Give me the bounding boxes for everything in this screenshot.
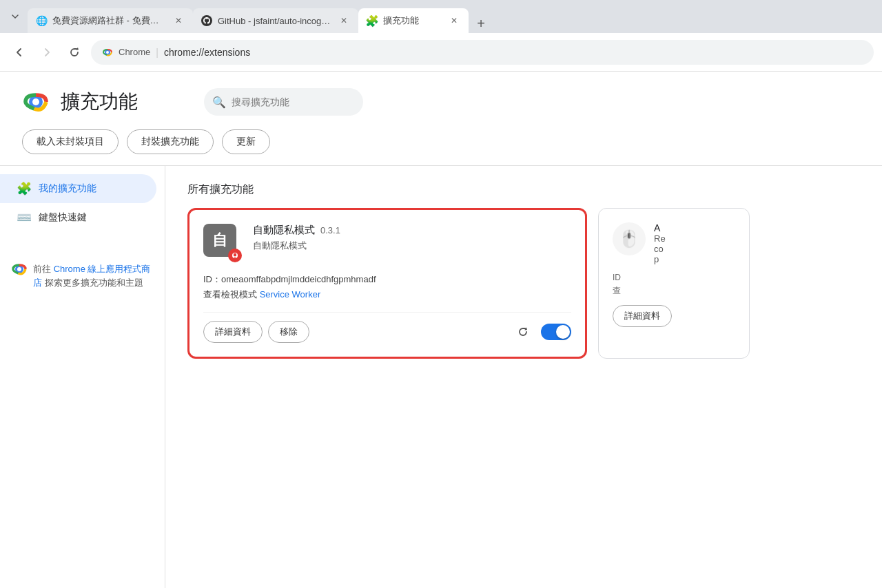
address-bar[interactable]: Chrome | chrome://extensions: [91, 40, 874, 65]
svg-point-1: [106, 51, 109, 54]
address-bar-separator: |: [156, 47, 158, 58]
extension-card-2: 🖱️ A Re co p ID 查 詳: [598, 208, 750, 359]
tab-1-favicon: 🌐: [36, 15, 47, 26]
ext-2-header: 🖱️ A Re co p: [613, 222, 735, 264]
extensions-body: 🧩 我的擴充功能 ⌨️ 鍵盤快速鍵: [0, 166, 882, 588]
sidebar-footer: 前往 Chrome 線上應用程式商店 探索更多擴充功能和主題: [0, 232, 165, 289]
tab-3[interactable]: 🧩 擴充功能 ✕: [358, 8, 469, 33]
chrome-logo: [22, 88, 50, 116]
ext-2-details-button[interactable]: 詳細資料: [613, 305, 672, 327]
tab-1-close-button[interactable]: ✕: [172, 14, 185, 27]
tabs-container: 🌐 免費資源網路社群 - 免費資源推 ✕ GitHub - jsfaint/au…: [28, 0, 876, 33]
tab-bar: 🌐 免費資源網路社群 - 免費資源推 ✕ GitHub - jsfaint/au…: [0, 0, 882, 33]
ext-1-reload-button[interactable]: [513, 322, 533, 342]
tab-dropdown-button[interactable]: [6, 7, 25, 26]
ext-2-subtitle-3: p: [654, 254, 666, 264]
sidebar: 🧩 我的擴充功能 ⌨️ 鍵盤快速鍵: [0, 166, 165, 588]
ext-2-subtitle: Re: [654, 233, 666, 244]
ext-2-subtitle-2: co: [654, 244, 666, 254]
browser-window: 🌐 免費資源網路社群 - 免費資源推 ✕ GitHub - jsfaint/au…: [0, 0, 882, 588]
ext-2-info: A Re co p: [654, 222, 666, 264]
puzzle-icon: 🧩: [17, 181, 30, 196]
tab-2-close-button[interactable]: ✕: [338, 14, 350, 27]
action-buttons: 載入未封裝項目 封裝擴充功能 更新: [22, 129, 860, 154]
ext-2-icon: 🖱️: [613, 222, 646, 255]
ext-1-name: 自動隱私模式: [253, 224, 315, 237]
extension-card-1: 自 自動隱私模式 0.3.1: [187, 208, 587, 359]
tab-2-favicon: [201, 15, 212, 26]
ext-1-toggle[interactable]: [541, 324, 571, 340]
ext-1-sw-label: 查看檢視模式: [203, 289, 257, 300]
ext-card-1-footer: 詳細資料 移除: [203, 312, 571, 343]
update-button[interactable]: 更新: [222, 129, 270, 154]
tab-1[interactable]: 🌐 免費資源網路社群 - 免費資源推 ✕: [28, 8, 193, 33]
ext-1-remove-button[interactable]: 移除: [268, 321, 309, 343]
sidebar-item-keyboard-shortcuts[interactable]: ⌨️ 鍵盤快速鍵: [0, 203, 156, 232]
extensions-header: 擴充功能 🔍 載入未封裝項目 封裝擴充功能 更新: [0, 72, 882, 166]
ext-1-subtitle: 自動隱私模式: [253, 240, 571, 252]
svg-point-3: [32, 98, 39, 105]
ext-1-icon-container: 自: [203, 224, 242, 262]
footer-suffix: 探索更多擴充功能和主題: [45, 277, 143, 288]
search-icon: 🔍: [212, 96, 226, 109]
search-container: 🔍: [204, 88, 860, 116]
ext-card-1-header: 自 自動隱私模式 0.3.1: [203, 224, 571, 262]
back-button[interactable]: [8, 41, 30, 63]
ext-2-name: A: [654, 222, 666, 233]
svg-rect-7: [234, 253, 236, 256]
pack-extension-button[interactable]: 封裝擴充功能: [127, 129, 214, 154]
svg-point-5: [17, 267, 21, 271]
ext-2-footer: 詳細資料: [613, 305, 735, 327]
forward-button[interactable]: [36, 41, 58, 63]
sidebar-footer-text: 前往 Chrome 線上應用程式商店 探索更多擴充功能和主題: [33, 262, 154, 289]
service-worker-link[interactable]: Service Worker: [260, 289, 321, 300]
footer-prefix: 前往: [33, 264, 51, 274]
ext-1-toggle-knob: [556, 325, 570, 339]
svg-point-8: [234, 257, 236, 258]
ext-1-id: ID：omeaomffabpdmjlmddeicdhfgpmhmadf: [203, 273, 571, 286]
address-bar-url: chrome://extensions: [164, 47, 250, 58]
ext-1-info: 自動隱私模式 0.3.1 自動隱私模式: [253, 224, 571, 262]
address-bar-site-name: Chrome: [119, 47, 150, 57]
extensions-cards: 自 自動隱私模式 0.3.1: [187, 208, 860, 359]
ext-1-badge: [228, 249, 242, 262]
page-content: 擴充功能 🔍 載入未封裝項目 封裝擴充功能 更新 🧩: [0, 72, 882, 588]
ext-1-details-button[interactable]: 詳細資料: [203, 321, 263, 343]
main-content: 所有擴充功能 自: [165, 166, 882, 588]
tab-3-close-button[interactable]: ✕: [448, 14, 460, 27]
ext-1-id-value: omeaomffabpdmjlmddeicdhfgpmhmadf: [221, 274, 376, 284]
ext-1-name-row: 自動隱私模式 0.3.1: [253, 224, 571, 237]
section-title: 所有擴充功能: [187, 182, 860, 197]
page-title: 擴充功能: [61, 89, 138, 115]
tab-1-title: 免費資源網路社群 - 免費資源推: [52, 14, 167, 27]
ext-1-version: 0.3.1: [320, 225, 340, 235]
ext-2-id: ID: [613, 273, 735, 282]
sidebar-my-extensions-label: 我的擴充功能: [39, 182, 96, 195]
sidebar-keyboard-label: 鍵盤快速鍵: [39, 211, 87, 224]
ext-1-service-worker: 查看檢視模式 Service Worker: [203, 288, 571, 301]
toolbar: Chrome | chrome://extensions: [0, 33, 882, 72]
address-bar-favicon: [102, 47, 113, 58]
ext-1-id-label: ID：: [203, 274, 221, 284]
sidebar-item-my-extensions[interactable]: 🧩 我的擴充功能: [0, 174, 156, 203]
tab-2-title: GitHub - jsfaint/auto-incogni...: [218, 16, 332, 26]
load-unpacked-button[interactable]: 載入未封裝項目: [22, 129, 119, 154]
ext-1-footer-right: [513, 322, 571, 342]
search-input[interactable]: [204, 88, 363, 116]
keyboard-icon: ⌨️: [17, 210, 30, 225]
tab-2[interactable]: GitHub - jsfaint/auto-incogni... ✕: [193, 8, 358, 33]
tab-3-favicon: 🧩: [367, 15, 378, 26]
reload-button[interactable]: [63, 41, 85, 63]
tab-3-title: 擴充功能: [383, 14, 442, 27]
new-tab-button[interactable]: +: [471, 14, 491, 33]
extensions-page: 擴充功能 🔍 載入未封裝項目 封裝擴充功能 更新 🧩: [0, 72, 882, 588]
ext-2-sw: 查: [613, 285, 735, 297]
chrome-footer-logo: [11, 261, 28, 277]
